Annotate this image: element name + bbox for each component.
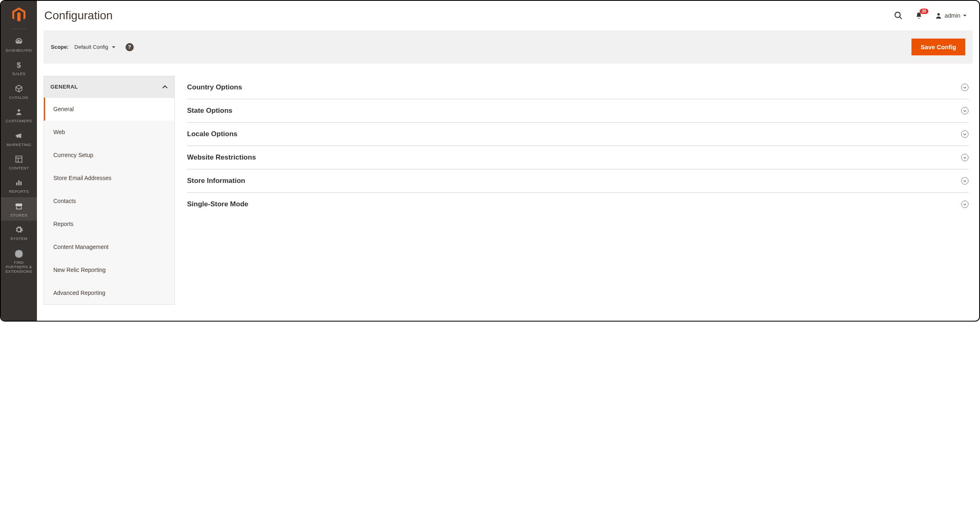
section-title: Locale Options [187,130,238,138]
sidebar-item-sales[interactable]: $ SALES [1,56,37,79]
config-subitem-label: General [53,106,74,112]
config-nav: GENERAL General Web Currency Setup Store… [43,76,175,321]
sidebar-item-content[interactable]: CONTENT [1,150,37,173]
dashboard-icon [14,37,24,46]
scope-value: Default Config [74,44,108,50]
sidebar-item-label: CONTENT [7,166,31,170]
sidebar-item-catalog[interactable]: CATALOG [1,80,37,103]
help-icon[interactable]: ? [126,43,134,51]
sidebar-item-label: FIND PARTNERS & EXTENSIONS [1,260,37,274]
config-subitem-web[interactable]: Web [44,121,174,144]
person-icon [14,107,24,117]
section-store-information[interactable]: Store Information [187,169,969,193]
config-sections: Country Options State Options Locale Opt… [187,76,973,321]
svg-rect-2 [16,156,22,162]
section-website-restrictions[interactable]: Website Restrictions [187,146,969,169]
config-subitem-currency[interactable]: Currency Setup [44,144,174,167]
sidebar-item-label: CATALOG [8,95,30,100]
svg-rect-6 [18,180,19,185]
svg-line-9 [900,17,902,19]
section-country-options[interactable]: Country Options [187,76,969,99]
user-icon [935,12,942,19]
section-title: Single-Store Mode [187,200,248,208]
chevron-down-icon [963,14,967,18]
user-menu[interactable]: admin [935,12,967,19]
config-subitem-general[interactable]: General [44,98,174,121]
config-group-general[interactable]: GENERAL [43,76,175,98]
config-subitem-email[interactable]: Store Email Addresses [44,167,174,189]
sidebar-item-label: MARKETING [5,142,33,147]
sidebar-item-stores[interactable]: STORES [1,197,37,221]
main-sidebar: DASHBOARD $ SALES CATALOG CUSTOMERS MARK… [1,1,37,321]
page-title: Configuration [44,9,894,22]
sidebar-item-partners[interactable]: FIND PARTNERS & EXTENSIONS [1,244,37,277]
config-subitem-label: Reports [53,221,73,227]
sidebar-item-label: STORES [9,213,29,217]
svg-point-8 [895,12,900,18]
config-subitems: General Web Currency Setup Store Email A… [43,98,175,305]
config-subitem-contacts[interactable]: Contacts [44,189,174,212]
svg-text:$: $ [17,61,21,69]
user-name: admin [945,12,960,19]
page-header: Configuration 39 admin [37,1,979,30]
notifications-button[interactable]: 39 [914,11,923,20]
svg-point-1 [18,109,20,112]
toolbar: Scope: Default Config ? Save Config [43,30,973,64]
sidebar-item-label: REPORTS [7,189,31,194]
svg-rect-5 [16,183,17,185]
config-subitem-label: Content Management [53,244,109,250]
sidebar-item-reports[interactable]: REPORTS [1,173,37,197]
expand-icon [961,130,969,138]
search-button[interactable] [894,11,903,20]
section-locale-options[interactable]: Locale Options [187,123,969,146]
config-subitem-newrelic[interactable]: New Relic Reporting [44,258,174,281]
config-subitem-reports[interactable]: Reports [44,212,174,235]
section-title: State Options [187,107,233,115]
notification-badge: 39 [920,9,928,14]
partners-icon [14,249,24,258]
gear-icon [14,225,24,235]
chevron-up-icon [162,84,168,90]
sidebar-divider [11,29,27,29]
config-subitem-label: Contacts [53,198,76,204]
config-subitem-label: New Relic Reporting [53,267,106,273]
svg-rect-7 [20,182,21,185]
scope-select[interactable]: Default Config [74,44,115,50]
sidebar-item-customers[interactable]: CUSTOMERS [1,103,37,126]
layout-icon [14,154,24,164]
scope-label: Scope: [51,44,69,50]
config-subitem-label: Currency Setup [53,152,93,158]
svg-point-10 [937,13,940,16]
sidebar-item-label: SALES [11,71,27,76]
config-subitem-label: Advanced Reporting [53,290,105,296]
chevron-down-icon [112,45,116,49]
sidebar-item-system[interactable]: SYSTEM [1,221,37,244]
section-title: Country Options [187,83,242,91]
expand-icon [961,107,969,114]
magento-logo[interactable] [11,7,27,23]
sidebar-item-dashboard[interactable]: DASHBOARD [1,32,37,56]
expand-icon [961,177,969,185]
cube-icon [14,84,24,94]
config-subitem-label: Store Email Addresses [53,175,112,181]
sidebar-item-label: SYSTEM [9,236,29,241]
megaphone-icon [14,131,24,141]
store-icon [14,201,24,211]
section-title: Website Restrictions [187,153,256,162]
bar-chart-icon [14,178,24,187]
config-group-label: GENERAL [50,84,78,90]
sidebar-item-marketing[interactable]: MARKETING [1,127,37,150]
sidebar-item-label: DASHBOARD [4,48,34,52]
dollar-icon: $ [14,60,24,70]
config-subitem-advanced-reporting[interactable]: Advanced Reporting [44,281,174,304]
sidebar-item-label: CUSTOMERS [4,119,34,123]
expand-icon [961,201,969,208]
expand-icon [961,154,969,161]
save-config-button[interactable]: Save Config [911,39,965,55]
config-subitem-label: Web [53,129,65,135]
config-subitem-content-mgmt[interactable]: Content Management [44,235,174,258]
expand-icon [961,84,969,91]
section-title: Store Information [187,177,245,185]
section-single-store-mode[interactable]: Single-Store Mode [187,193,969,216]
section-state-options[interactable]: State Options [187,99,969,123]
